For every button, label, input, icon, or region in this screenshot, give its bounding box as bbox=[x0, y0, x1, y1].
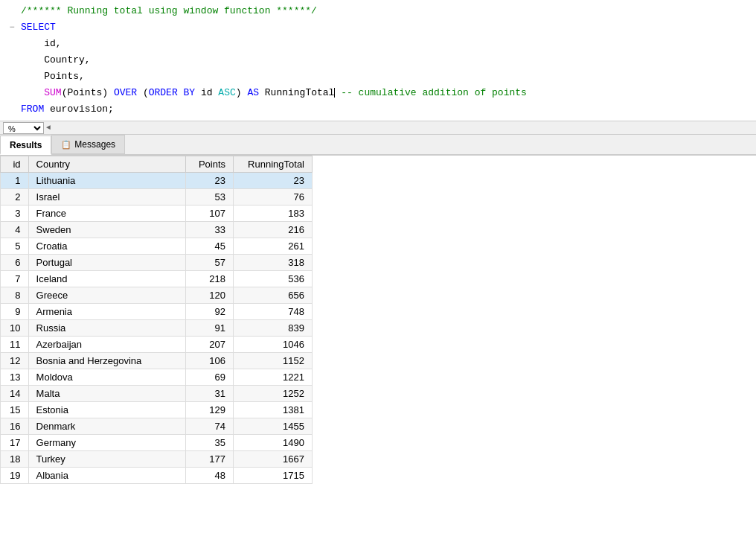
table-cell: 1667 bbox=[234, 451, 313, 468]
table-cell: 839 bbox=[234, 320, 313, 337]
table-name: eurovision; bbox=[44, 101, 114, 118]
tab-results[interactable]: Results bbox=[0, 136, 51, 155]
table-cell: 4 bbox=[1, 222, 29, 238]
table-cell: 107 bbox=[186, 206, 234, 222]
table-cell: 11 bbox=[1, 337, 29, 353]
horizontal-scrollbar[interactable]: % 100% 150% 200% ◄ bbox=[0, 121, 756, 135]
table-cell: 3 bbox=[1, 206, 29, 222]
keyword-from: FROM bbox=[21, 101, 44, 118]
table-cell: 33 bbox=[186, 222, 234, 238]
col-header-country: Country bbox=[28, 156, 186, 173]
table-row: 1Lithuania2323 bbox=[1, 173, 313, 189]
table-cell: Denmark bbox=[28, 418, 186, 435]
table-cell: 23 bbox=[186, 173, 234, 189]
table-cell: 1046 bbox=[234, 337, 313, 353]
table-cell: 218 bbox=[186, 271, 234, 287]
table-row: 9Armenia92748 bbox=[1, 304, 313, 320]
col-header-id: id bbox=[1, 156, 29, 173]
table-row: 18Turkey1771667 bbox=[1, 451, 313, 468]
table-cell: 23 bbox=[234, 173, 313, 189]
table-cell: 91 bbox=[186, 320, 234, 337]
table-row: 14Malta311252 bbox=[1, 386, 313, 402]
table-cell: 48 bbox=[186, 468, 234, 484]
table-cell: 14 bbox=[1, 386, 29, 402]
table-row: 6Portugal57318 bbox=[1, 255, 313, 271]
table-cell: 10 bbox=[1, 320, 29, 337]
code-line-sum: SUM(Points) OVER (ORDER BY id ASC) AS Ru… bbox=[0, 85, 756, 101]
collapse-icon[interactable]: − bbox=[6, 19, 18, 36]
table-cell: 6 bbox=[1, 255, 29, 271]
table-cell: 1381 bbox=[234, 402, 313, 418]
code-line-points: Points, bbox=[0, 68, 756, 85]
table-cell: 7 bbox=[1, 271, 29, 287]
keyword-select: SELECT bbox=[21, 19, 56, 36]
table-cell: 1455 bbox=[234, 418, 313, 435]
results-area[interactable]: id Country Points RunningTotal 1Lithuani… bbox=[0, 156, 756, 547]
table-cell: 1252 bbox=[234, 386, 313, 402]
table-cell: Greece bbox=[28, 287, 186, 304]
tab-messages[interactable]: 📋 Messages bbox=[51, 135, 125, 154]
code-line-from: FROM eurovision; bbox=[0, 101, 756, 118]
results-table: id Country Points RunningTotal 1Lithuani… bbox=[0, 156, 313, 484]
table-cell: 318 bbox=[234, 255, 313, 271]
table-cell: 16 bbox=[1, 418, 29, 435]
table-row: 15Estonia1291381 bbox=[1, 402, 313, 418]
table-cell: 106 bbox=[186, 353, 234, 369]
zoom-select[interactable]: % 100% 150% 200% bbox=[3, 122, 44, 134]
table-row: 12Bosnia and Herzegovina1061152 bbox=[1, 353, 313, 369]
table-cell: Croatia bbox=[28, 238, 186, 255]
table-cell: 17 bbox=[1, 435, 29, 451]
table-cell: 1152 bbox=[234, 353, 313, 369]
table-cell: Azerbaijan bbox=[28, 337, 186, 353]
table-row: 16Denmark741455 bbox=[1, 418, 313, 435]
table-cell: 1221 bbox=[234, 369, 313, 386]
comment-text: /****** Running total using window funct… bbox=[21, 3, 317, 19]
table-row: 10Russia91839 bbox=[1, 320, 313, 337]
code-line-id: id, bbox=[0, 36, 756, 52]
table-cell: 15 bbox=[1, 402, 29, 418]
table-cell: Malta bbox=[28, 386, 186, 402]
code-line-country: Country, bbox=[0, 52, 756, 68]
table-cell: Israel bbox=[28, 189, 186, 206]
code-line-comment: /****** Running total using window funct… bbox=[0, 3, 756, 19]
table-cell: 120 bbox=[186, 287, 234, 304]
messages-icon: 📋 bbox=[61, 140, 71, 150]
table-row: 5Croatia45261 bbox=[1, 238, 313, 255]
scroll-left-arrow[interactable]: ◄ bbox=[44, 124, 53, 132]
table-cell: 13 bbox=[1, 369, 29, 386]
tab-messages-label: Messages bbox=[74, 139, 115, 150]
table-cell: Estonia bbox=[28, 402, 186, 418]
table-cell: 35 bbox=[186, 435, 234, 451]
table-cell: Sweden bbox=[28, 222, 186, 238]
table-row: 7Iceland218536 bbox=[1, 271, 313, 287]
table-cell: Iceland bbox=[28, 271, 186, 287]
table-cell: 261 bbox=[234, 238, 313, 255]
table-cell: 57 bbox=[186, 255, 234, 271]
table-cell: 1 bbox=[1, 173, 29, 189]
table-cell: 76 bbox=[234, 189, 313, 206]
table-cell: Germany bbox=[28, 435, 186, 451]
result-tabs: Results 📋 Messages bbox=[0, 135, 756, 156]
table-cell: 216 bbox=[234, 222, 313, 238]
table-cell: 9 bbox=[1, 304, 29, 320]
table-cell: Portugal bbox=[28, 255, 186, 271]
table-cell: Moldova bbox=[28, 369, 186, 386]
table-cell: 74 bbox=[186, 418, 234, 435]
table-header-row: id Country Points RunningTotal bbox=[1, 156, 313, 173]
table-cell: 19 bbox=[1, 468, 29, 484]
code-line-select: − SELECT bbox=[0, 19, 756, 36]
table-cell: 748 bbox=[234, 304, 313, 320]
table-row: 11Azerbaijan2071046 bbox=[1, 337, 313, 353]
table-cell: 536 bbox=[234, 271, 313, 287]
table-cell: 69 bbox=[186, 369, 234, 386]
field-country: Country, bbox=[21, 52, 91, 68]
table-cell: Russia bbox=[28, 320, 186, 337]
table-cell: 129 bbox=[186, 402, 234, 418]
col-header-points: Points bbox=[186, 156, 234, 173]
table-cell: 12 bbox=[1, 353, 29, 369]
table-cell: 8 bbox=[1, 287, 29, 304]
table-cell: 5 bbox=[1, 238, 29, 255]
code-editor[interactable]: /****** Running total using window funct… bbox=[0, 0, 756, 121]
table-cell: 45 bbox=[186, 238, 234, 255]
table-cell: 31 bbox=[186, 386, 234, 402]
